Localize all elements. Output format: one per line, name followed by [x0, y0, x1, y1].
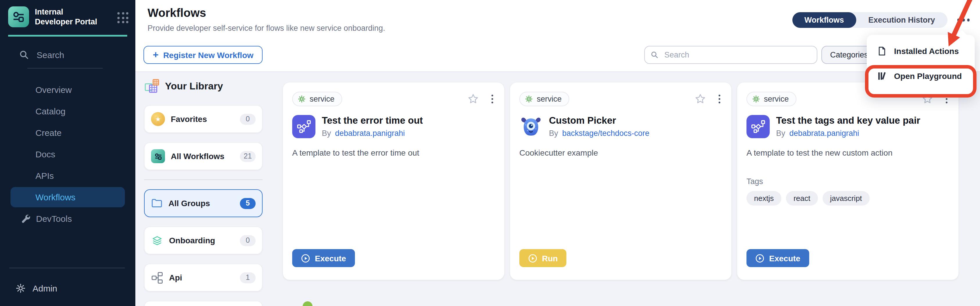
favorite-star-button[interactable]: [466, 92, 480, 106]
type-badge: service: [292, 92, 342, 106]
count-badge: 0: [240, 114, 256, 125]
sidebar-nav: Overview Catalog Create Docs APIs Workfl…: [0, 79, 135, 229]
card-title: Test the tags and key value pair: [776, 115, 920, 127]
document-icon: [877, 46, 887, 56]
library-item-onboarding[interactable]: Onboarding 0: [144, 227, 262, 254]
tag-pill: react: [786, 191, 818, 206]
workflow-card: service: [510, 82, 731, 280]
sidebar-item-catalog[interactable]: Catalog: [0, 100, 135, 122]
menu-item-open-playground[interactable]: Open Playground: [867, 63, 975, 89]
sidebar: Internal Developer Portal Search Overvie…: [0, 0, 135, 306]
sidebar-item-apis[interactable]: APIs: [0, 165, 135, 186]
toolbar: + Register New Workflow Categories: [135, 46, 980, 64]
library-item-frontend[interactable]: npm Frontend 3: [144, 301, 262, 306]
favorites-star-icon: ★: [151, 112, 165, 126]
main-area: Workflows Provide developer self-service…: [135, 0, 980, 306]
run-button[interactable]: Run: [519, 249, 566, 267]
card-title: Custom Picker: [549, 115, 649, 127]
service-gear-icon: [298, 95, 305, 103]
card-title: Test the error time out: [322, 115, 423, 127]
execute-button[interactable]: Execute: [292, 249, 355, 267]
sitemap-icon: [151, 271, 163, 284]
sidebar-search-label: Search: [37, 50, 64, 60]
library-item-api[interactable]: Api 1: [144, 263, 262, 292]
sidebar-item-overview[interactable]: Overview: [0, 79, 135, 100]
template-icon: [746, 115, 770, 138]
author-link[interactable]: debabrata.panigrahi: [789, 129, 859, 138]
type-badge: service: [746, 92, 796, 106]
search-underline: [27, 68, 103, 68]
template-icon: [292, 115, 315, 138]
tab-workflows[interactable]: Workflows: [792, 12, 856, 28]
author-link[interactable]: debabrata.panigrahi: [335, 129, 405, 138]
sidebar-item-docs[interactable]: Docs: [0, 143, 135, 165]
monster-icon: [519, 115, 542, 138]
author-link[interactable]: backstage/techdocs-core: [562, 129, 649, 138]
app-title: Internal Developer Portal: [35, 6, 100, 27]
favorite-star-button[interactable]: [693, 92, 707, 106]
view-toggle: Workflows Execution History: [792, 12, 947, 28]
tags-label: Tags: [746, 177, 949, 186]
play-icon: [301, 254, 310, 263]
card-description: A template to test the new custom action: [746, 148, 949, 157]
partial-section-icon: [303, 301, 313, 306]
app-logo-icon: [8, 6, 29, 27]
count-badge: 21: [240, 151, 256, 162]
more-menu-popover: Installed Actions Open Playground: [867, 35, 975, 97]
tag-pill: nextjs: [746, 191, 781, 206]
service-gear-icon: [525, 95, 533, 103]
play-icon: [528, 254, 537, 263]
type-badge: service: [519, 92, 569, 106]
workflow-card: service: [283, 82, 504, 280]
library-books-icon: [877, 71, 887, 81]
card-description: Cookiecutter example: [519, 148, 722, 157]
sidebar-divider: [9, 268, 125, 268]
content-area: Your Library ★ Favorites 0 All Workflows…: [135, 71, 980, 306]
count-badge: 5: [240, 198, 256, 209]
apps-grid-icon[interactable]: [117, 6, 128, 23]
layers-icon: [151, 234, 163, 246]
library-item-all-workflows[interactable]: All Workflows 21: [144, 142, 262, 170]
register-new-workflow-button[interactable]: + Register New Workflow: [143, 46, 263, 64]
tag-pill: javascript: [822, 191, 870, 206]
folder-icon: [151, 197, 163, 209]
plus-icon: +: [153, 50, 159, 60]
count-badge: 0: [240, 235, 256, 246]
logo-underline: [8, 35, 127, 36]
library-cubes-icon: [144, 78, 160, 94]
card-menu-button[interactable]: [489, 93, 495, 105]
library-divider: [144, 179, 262, 180]
service-gear-icon: [752, 95, 760, 103]
sidebar-search[interactable]: Search: [19, 50, 135, 60]
execute-button[interactable]: Execute: [746, 249, 809, 267]
sidebar-item-create[interactable]: Create: [0, 122, 135, 143]
sidebar-item-admin[interactable]: Admin: [16, 283, 135, 293]
search-icon: [19, 50, 29, 60]
search-box: [644, 46, 817, 64]
library-sidebar: Your Library ★ Favorites 0 All Workflows…: [144, 72, 262, 306]
play-icon: [755, 254, 764, 263]
sidebar-item-devtools[interactable]: DevTools: [0, 208, 135, 229]
library-item-favorites[interactable]: ★ Favorites 0: [144, 105, 262, 133]
library-item-all-groups[interactable]: All Groups 5: [144, 189, 262, 217]
search-icon: [651, 51, 659, 59]
tab-execution-history[interactable]: Execution History: [856, 12, 947, 28]
workflows-icon: [151, 149, 165, 163]
card-menu-button[interactable]: [717, 93, 722, 105]
search-input[interactable]: [663, 50, 811, 60]
library-header: Your Library: [165, 81, 223, 92]
wrench-icon: [21, 214, 31, 224]
menu-item-installed-actions[interactable]: Installed Actions: [867, 40, 975, 63]
app-window: Internal Developer Portal Search Overvie…: [0, 0, 980, 306]
workflow-card: service: [737, 82, 959, 280]
gear-icon: [16, 283, 25, 293]
workflow-card-grid: service: [283, 82, 959, 280]
sidebar-item-workflows[interactable]: Workflows: [10, 187, 125, 207]
card-description: A template to test the error time out: [292, 148, 495, 157]
more-menu-button[interactable]: [956, 15, 971, 25]
count-badge: 1: [240, 272, 256, 283]
